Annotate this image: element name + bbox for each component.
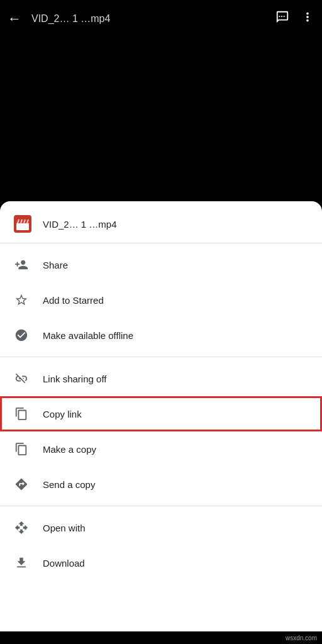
copy-link-label: Copy link — [43, 409, 82, 419]
add-starred-label: Add to Starred — [43, 295, 104, 306]
video-area: ← VID_2… 1 …mp4 — [0, 0, 322, 214]
comment-icon[interactable] — [275, 10, 289, 27]
offline-icon — [13, 326, 30, 344]
menu-item-make-copy[interactable]: Make a copy — [0, 431, 322, 467]
back-button[interactable]: ← — [8, 11, 21, 27]
menu-item-copy-link[interactable]: Copy link — [0, 396, 322, 431]
top-bar-left: ← VID_2… 1 …mp4 — [8, 11, 110, 27]
open-with-label: Open with — [43, 523, 86, 533]
top-bar-right — [275, 10, 314, 27]
file-name: VID_2… 1 …mp4 — [43, 219, 117, 230]
offline-label: Make available offline — [43, 330, 133, 341]
menu-section-3: Open with Download — [0, 506, 322, 584]
share-label: Share — [43, 260, 68, 270]
file-type-icon — [13, 214, 33, 234]
menu-item-offline[interactable]: Make available offline — [0, 318, 322, 353]
more-options-icon[interactable] — [301, 10, 314, 27]
send-copy-label: Send a copy — [43, 479, 95, 490]
link-sharing-label: Link sharing off — [43, 374, 106, 384]
file-header: VID_2… 1 …mp4 — [0, 201, 322, 243]
menu-item-send-copy[interactable]: Send a copy — [0, 467, 322, 502]
menu-item-add-starred[interactable]: Add to Starred — [0, 282, 322, 318]
bottom-sheet: VID_2… 1 …mp4 Share Add to Starred — [0, 201, 322, 631]
open-with-icon — [13, 519, 30, 536]
menu-section-2: Link sharing off Copy link Make a copy — [0, 357, 322, 506]
video-title: VID_2… 1 …mp4 — [31, 13, 110, 25]
top-bar: ← VID_2… 1 …mp4 — [0, 0, 322, 37]
file-copy-icon — [13, 440, 30, 458]
watermark: wsxdn.com — [286, 635, 317, 641]
send-icon — [13, 475, 30, 493]
menu-section-1: Share Add to Starred Make available offl… — [0, 243, 322, 357]
copy-link-icon — [13, 405, 30, 423]
download-label: Download — [43, 558, 85, 569]
menu-item-download[interactable]: Download — [0, 545, 322, 580]
share-icon — [13, 256, 30, 274]
link-off-icon — [13, 370, 30, 387]
svg-rect-1 — [16, 223, 29, 230]
menu-item-open-with[interactable]: Open with — [0, 510, 322, 545]
make-copy-label: Make a copy — [43, 444, 96, 455]
menu-item-link-sharing[interactable]: Link sharing off — [0, 361, 322, 396]
star-icon — [13, 291, 30, 309]
download-icon — [13, 554, 30, 572]
menu-item-share[interactable]: Share — [0, 247, 322, 282]
